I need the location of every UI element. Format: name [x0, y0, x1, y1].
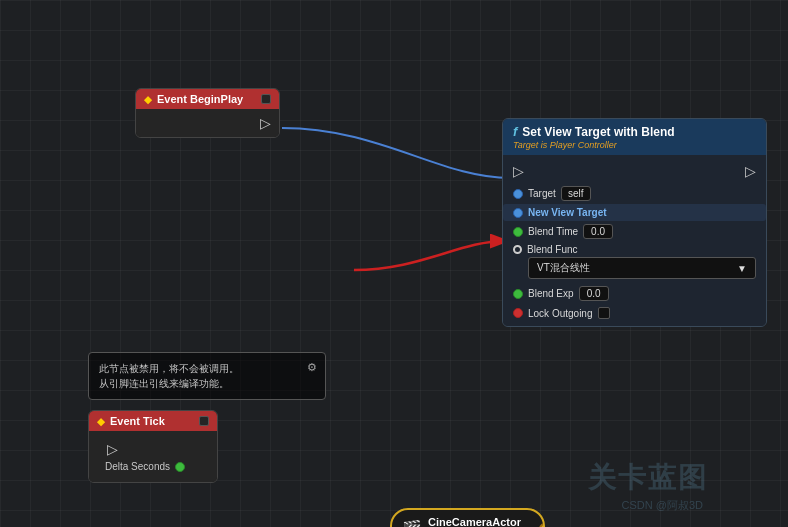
target-pin-row: Target self — [503, 183, 766, 204]
disabled-icon: ⚙ — [307, 359, 317, 376]
tick-delta-row: Delta Seconds — [97, 461, 209, 476]
blend-func-pin — [513, 245, 522, 254]
delta-seconds-pin — [175, 462, 185, 472]
new-view-target-row: New View Target — [503, 204, 766, 221]
blend-exp-pin — [513, 289, 523, 299]
blend-func-label: Blend Func — [527, 244, 578, 255]
event-tick-node: ◆ Event Tick ▷ Delta Seconds — [88, 410, 218, 483]
cine-camera-actor-node: 🎬 CineCameraActor 从持久关卡 — [390, 508, 545, 527]
set-view-title-row: f Set View Target with Blend — [513, 124, 756, 139]
set-view-target-node: f Set View Target with Blend Target is P… — [502, 118, 767, 327]
target-label: Target — [528, 188, 556, 199]
camera-text: CineCameraActor 从持久关卡 — [428, 516, 521, 527]
event-tick-header: ◆ Event Tick — [89, 411, 217, 431]
new-view-label: New View Target — [528, 207, 607, 218]
event-tick-icon: ◆ — [97, 416, 105, 427]
blend-func-section: Blend Func VT混合线性 ▼ — [503, 242, 766, 283]
dropdown-chevron-icon: ▼ — [737, 263, 747, 274]
disabled-text-line2: 从引脚连出引线来编译功能。 — [99, 378, 229, 389]
event-tick-body: ▷ Delta Seconds — [89, 431, 217, 482]
blend-func-label-row: Blend Func — [513, 244, 756, 255]
blend-func-value: VT混合线性 — [537, 261, 590, 275]
set-view-exec-out: ▷ — [745, 163, 756, 179]
blend-exp-value: 0.0 — [579, 286, 609, 301]
exec-out-arrow: ▷ — [260, 115, 271, 131]
event-begin-title: Event BeginPlay — [157, 93, 243, 105]
blend-time-label: Blend Time — [528, 226, 578, 237]
lock-outgoing-label: Lock Outgoing — [528, 308, 593, 319]
blend-time-pin — [513, 227, 523, 237]
new-view-target-pin — [513, 208, 523, 218]
tick-exec-row: ▷ — [97, 437, 209, 461]
disabled-comment-node: 此节点被禁用，将不会被调用。 从引脚连出引线来编译功能。 ⚙ — [88, 352, 326, 400]
tick-exec-arrow: ▷ — [107, 441, 118, 457]
camera-name: CineCameraActor — [428, 516, 521, 527]
event-begin-icon: ◆ — [144, 94, 152, 105]
event-begin-body: ▷ — [136, 109, 279, 137]
set-view-exec-in: ▷ — [513, 163, 524, 179]
blend-time-row: Blend Time 0.0 — [503, 221, 766, 242]
event-tick-dot — [199, 416, 209, 426]
camera-output-pin — [539, 523, 545, 528]
event-tick-title: Event Tick — [110, 415, 165, 427]
camera-icon: 🎬 — [402, 519, 422, 527]
function-icon: f — [513, 124, 517, 139]
set-view-body: ▷ ▷ Target self New View Target Blend Ti… — [503, 155, 766, 326]
blend-func-dropdown[interactable]: VT混合线性 ▼ — [528, 257, 756, 279]
set-view-subtitle: Target is Player Controller — [513, 140, 756, 150]
watermark-sub: CSDN @阿叔3D — [622, 498, 703, 513]
target-pin — [513, 189, 523, 199]
set-view-header: f Set View Target with Blend Target is P… — [503, 119, 766, 155]
blend-exp-row: Blend Exp 0.0 — [503, 283, 766, 304]
lock-outgoing-row: Lock Outgoing — [503, 304, 766, 322]
event-begin-dot — [261, 94, 271, 104]
delta-seconds-label: Delta Seconds — [105, 461, 170, 472]
lock-outgoing-pin — [513, 308, 523, 318]
disabled-text-line1: 此节点被禁用，将不会被调用。 — [99, 363, 239, 374]
lock-outgoing-checkbox[interactable] — [598, 307, 610, 319]
event-begin-header: ◆ Event BeginPlay — [136, 89, 279, 109]
target-value: self — [561, 186, 591, 201]
event-begin-play-node: ◆ Event BeginPlay ▷ — [135, 88, 280, 138]
blend-time-value: 0.0 — [583, 224, 613, 239]
set-view-title: Set View Target with Blend — [522, 125, 674, 139]
set-view-exec-row: ▷ ▷ — [503, 159, 766, 183]
blend-exp-label: Blend Exp — [528, 288, 574, 299]
